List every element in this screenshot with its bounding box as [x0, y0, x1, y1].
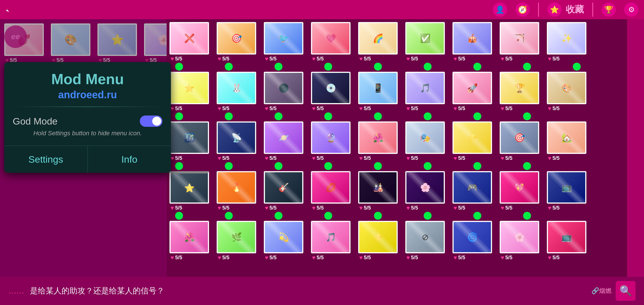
list-item[interactable]: 📺 ♥5/5 [547, 221, 591, 260]
list-item[interactable]: 🏡 ♥5/5 [547, 121, 591, 161]
list-item[interactable]: 🎸 ♥5/5 [264, 171, 308, 211]
list-item[interactable]: 🐰 ♥5/5 [217, 72, 260, 111]
list-item[interactable]: 🌸 ♥5/5 [500, 221, 543, 260]
list-item[interactable]: ⭐ ♥5/5 [169, 72, 213, 111]
settings-button[interactable]: Settings [4, 146, 88, 173]
list-item[interactable]: 🎯 ♥5/5 [217, 22, 260, 62]
god-mode-row: God Mode [13, 116, 162, 127]
list-item[interactable]: ✅ ♥5/5 [405, 22, 449, 62]
list-item[interactable]: 🌺 ♥5/5 [358, 121, 402, 161]
info-button[interactable]: Info [88, 146, 171, 173]
list-item[interactable]: 🌸 ♥5/5 [144, 23, 167, 63]
header-bar: ◀ 👤 🧭 ⭐ 收藏 🏆 ⚙ [0, 0, 644, 19]
list-item[interactable]: ✨ ♥5/5 [547, 22, 591, 62]
list-item[interactable]: ⭐ ♥5/5 [358, 221, 402, 260]
star-icon[interactable]: ⭐ [547, 3, 562, 17]
list-item[interactable]: 📺 ♥5/5 [547, 171, 591, 211]
list-item[interactable]: ⭐ ♥5/5 [97, 23, 141, 63]
toggle-knob [152, 117, 161, 126]
list-item[interactable]: 🌸 ♥5/5 [405, 171, 449, 211]
bottom-bar: …… 是给某人的助攻？还是给某人的信号？ 🔗烟燃 🔍 [0, 277, 644, 305]
right-sidebar [627, 19, 644, 277]
mod-menu-header: Mod Menu androeed.ru [4, 62, 171, 104]
list-item[interactable]: 💗 ♥5/5 [311, 22, 355, 62]
mod-menu-title: Mod Menu [13, 71, 162, 88]
list-item[interactable]: 🎯 ♥5/5 [500, 121, 543, 161]
list-item[interactable]: 🎨 ♥5/5 [51, 23, 95, 63]
mod-menu-buttons: Settings Info [4, 145, 171, 173]
mod-menu: Mod Menu androeed.ru God Mode Hold Setti… [4, 62, 171, 173]
list-item[interactable]: ❌ ♥5/5 [169, 22, 213, 62]
ee-logo: ee [4, 25, 27, 48]
list-item[interactable]: 💋 ♥5/5 [311, 171, 355, 211]
mod-menu-hint: Hold Settings button to hide menu icon. [13, 130, 162, 137]
back-button[interactable]: ◀ [6, 3, 17, 17]
bottom-dots: …… [8, 286, 24, 295]
compass-icon[interactable]: 🧭 [515, 3, 530, 17]
list-item[interactable]: 🎪 ♥5/5 [452, 22, 496, 62]
settings-button-label: Settings [29, 154, 63, 165]
list-item[interactable]: 🔮 ♥5/5 [311, 121, 355, 161]
mod-menu-divider [13, 106, 162, 107]
god-mode-label: God Mode [13, 116, 58, 127]
list-item[interactable]: 🔥 ♥5/5 [217, 171, 260, 211]
list-item[interactable]: 💿 ♥5/5 [311, 72, 355, 111]
list-item[interactable]: 🌃 ♥5/5 [169, 121, 213, 161]
header-left: ◀ [6, 3, 17, 17]
header-title-section: ⭐ 收藏 [538, 3, 593, 17]
cards-area: ❌ ♥5/5 🎯 ♥5/5 🐦 ♥5/5 💗 ♥5/5 🌈 ♥5/5 ✅ ♥5/… [167, 19, 627, 277]
link-label: 🔗烟燃 [591, 287, 612, 295]
list-item[interactable]: 🌈 ♥5/5 [358, 22, 402, 62]
list-item[interactable]: ⭐ ♥5/5 [452, 121, 496, 161]
list-item[interactable]: 🌑 ♥5/5 [264, 72, 308, 111]
mod-menu-content: God Mode Hold Settings button to hide me… [4, 110, 171, 145]
list-item[interactable]: 🎵 ♥5/5 [311, 221, 355, 260]
info-button-label: Info [121, 154, 138, 165]
header-title: 收藏 [566, 3, 584, 16]
list-item[interactable]: 💫 ♥5/5 [264, 221, 308, 260]
list-item[interactable]: 🎵 ♥5/5 [405, 72, 449, 111]
mod-menu-subtitle: androeed.ru [13, 89, 162, 101]
list-item[interactable]: 🌺 ♥5/5 [169, 221, 213, 260]
search-button[interactable]: 🔍 [616, 281, 636, 301]
list-item[interactable]: 🌿 ♥5/5 [217, 221, 260, 260]
list-item[interactable]: ||| ⭐ ♥5/5 [169, 171, 213, 211]
list-item[interactable]: 📡 ♥5/5 [217, 121, 260, 161]
list-item[interactable]: 🎭 ♥5/5 [405, 121, 449, 161]
list-item[interactable]: 🚀 ♥5/5 [452, 72, 496, 111]
list-item[interactable]: 💖 ♥5/5 [500, 171, 543, 211]
list-item[interactable]: 📱 ♥5/5 [358, 72, 402, 111]
list-item[interactable]: 🎮 ♥5/5 [452, 171, 496, 211]
list-item[interactable]: 🌀 ♥5/5 [452, 221, 496, 260]
list-item[interactable]: 🏹 ♥5/5 [500, 22, 543, 62]
list-item[interactable]: 🪐 ♥5/5 [264, 121, 308, 161]
list-item[interactable]: 🎎 ♥5/5 [358, 171, 402, 211]
list-item[interactable]: 🏆 ♥5/5 [500, 72, 543, 111]
header-right: 👤 🧭 ⭐ 收藏 🏆 ⚙ [493, 3, 638, 17]
list-item[interactable]: 🎨 ♥5/5 [547, 72, 591, 111]
list-item[interactable]: ⊘ ♥5/5 [405, 221, 449, 260]
settings-icon[interactable]: ⚙ [624, 3, 638, 17]
bottom-text: 是给某人的助攻？还是给某人的信号？ [30, 286, 591, 296]
god-mode-toggle[interactable] [140, 116, 162, 127]
profile-icon[interactable]: 👤 [493, 3, 507, 17]
list-item[interactable]: 🐦 ♥5/5 [264, 22, 308, 62]
trophy-icon[interactable]: 🏆 [602, 3, 616, 17]
